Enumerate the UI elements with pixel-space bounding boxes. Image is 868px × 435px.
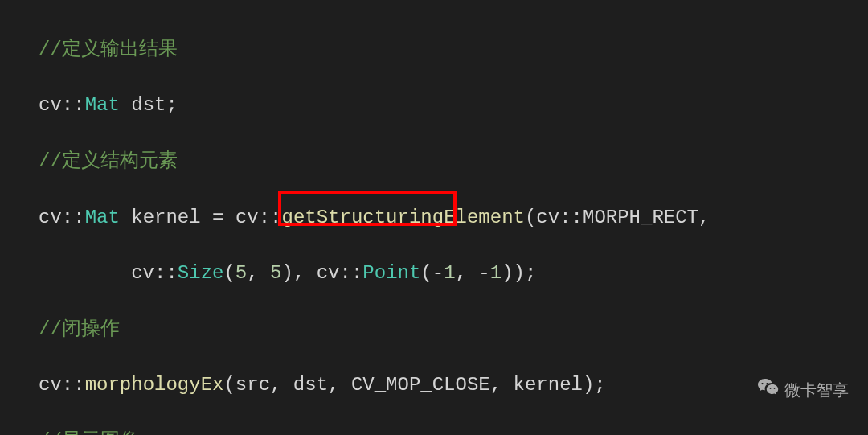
- decl: dst;: [120, 94, 178, 116]
- num: 1: [444, 262, 455, 284]
- code-line-7: cv::morphologyEx(src, dst, CV_MOP_CLOSE,…: [39, 371, 868, 400]
- close: ));: [502, 262, 536, 284]
- indent: [39, 262, 131, 284]
- watermark: 微卡智享: [757, 377, 849, 403]
- open: (: [525, 207, 536, 228]
- code-line-comment-3: //闭操作: [39, 316, 868, 344]
- ns: cv: [39, 374, 62, 396]
- comment-text: //定义结构元素: [39, 150, 178, 172]
- ns: cv: [317, 262, 340, 284]
- comma: ,: [247, 262, 270, 284]
- comment-text: //显示图像: [39, 430, 139, 435]
- num: 1: [490, 262, 502, 284]
- rest: , kernel);: [490, 374, 606, 396]
- code-line-2: cv::Mat dst;: [39, 92, 868, 120]
- ns: cv: [536, 207, 559, 228]
- ns: cv: [39, 94, 62, 116]
- ns: cv: [131, 262, 154, 284]
- type: Mat: [85, 207, 120, 228]
- type: Mat: [85, 94, 120, 116]
- ns: cv: [235, 207, 259, 228]
- comma: ,: [698, 207, 710, 228]
- size: Size: [178, 262, 224, 284]
- code-line-comment-4: //显示图像: [39, 428, 868, 435]
- enum-highlighted: CV_MOP_CLOSE: [351, 374, 490, 396]
- args: (-: [420, 262, 444, 284]
- num: 5: [270, 262, 281, 284]
- point: Point: [362, 262, 420, 284]
- wechat-icon: [757, 377, 780, 403]
- comment-text: //定义输出结果: [39, 39, 178, 60]
- enum: MORPH_RECT: [583, 207, 698, 228]
- func: getStructuringElement: [282, 207, 525, 228]
- num: 5: [235, 262, 247, 284]
- close: ),: [281, 262, 316, 284]
- code-line-4: cv::Mat kernel = cv::getStructuringEleme…: [39, 204, 868, 232]
- args: (src, dst,: [223, 374, 350, 396]
- watermark-text: 微卡智享: [784, 379, 849, 402]
- code-line-comment-1: //定义输出结果: [39, 36, 868, 64]
- comment-text: //闭操作: [39, 318, 120, 340]
- code-line-5: cv::Size(5, 5), cv::Point(-1, -1));: [39, 260, 868, 288]
- comma: , -: [456, 262, 490, 284]
- args: (: [223, 262, 235, 284]
- func: morphologyEx: [85, 374, 224, 396]
- code-block-top: //定义输出结果 cv::Mat dst; //定义结构元素 cv::Mat k…: [0, 0, 868, 435]
- var: kernel =: [120, 207, 235, 228]
- code-line-comment-2: //定义结构元素: [39, 148, 868, 176]
- ns: cv: [39, 207, 62, 228]
